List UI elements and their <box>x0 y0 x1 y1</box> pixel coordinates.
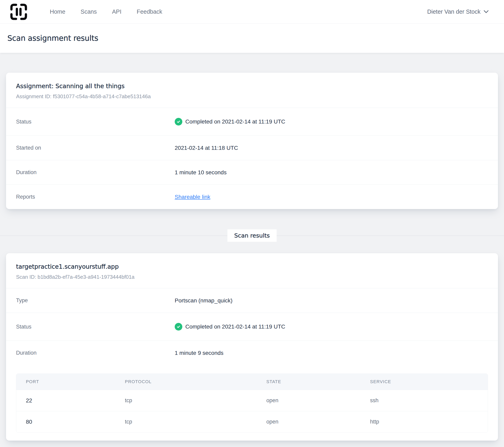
type-row: Type Portscan (nmap_quick) <box>6 288 498 313</box>
col-port: PORT <box>16 374 115 390</box>
type-value: Portscan (nmap_quick) <box>175 298 233 304</box>
state-cell: open <box>257 411 360 432</box>
port-cell: 22 <box>16 390 115 411</box>
protocol-cell: tcp <box>115 411 257 432</box>
page-title: Scan assignment results <box>7 34 98 43</box>
status-value: Completed on 2021-02-14 at 11:19 UTC <box>175 323 285 331</box>
assignment-id: Assignment ID: f5301077-c54a-4b58-a714-c… <box>16 93 488 100</box>
user-menu[interactable]: Dieter Van der Stock <box>427 8 488 15</box>
navbar: Home Scans API Feedback Dieter Van der S… <box>0 0 504 24</box>
user-name: Dieter Van der Stock <box>427 8 481 15</box>
duration-row: Duration 1 minute 10 seconds <box>6 160 498 184</box>
col-service: SERVICE <box>360 374 488 390</box>
row-label: Reports <box>16 194 175 200</box>
port-cell: 80 <box>16 411 115 432</box>
shareable-link[interactable]: Shareable link <box>175 194 210 200</box>
row-label: Status <box>16 324 175 330</box>
scan-id: Scan ID: b1bd8a2b-ef7a-45e3-a941-1973444… <box>16 274 488 280</box>
scan-target-title: targetpractice1.scanyourstuff.app <box>16 263 488 270</box>
duration-value: 1 minute 9 seconds <box>175 350 223 356</box>
page-header: Scan assignment results <box>0 24 504 53</box>
check-icon <box>175 323 182 331</box>
service-cell: ssh <box>360 390 488 411</box>
row-label: Duration <box>16 169 175 175</box>
check-icon <box>175 118 182 125</box>
reports-value: Shareable link <box>175 194 210 200</box>
assignment-title: Assignment: Scanning all the things <box>16 82 488 90</box>
scan-results-table: PORT PROTOCOL STATE SERVICE 22 tcp open … <box>16 374 488 432</box>
nav-api[interactable]: API <box>104 8 129 15</box>
started-on-row: Started on 2021-02-14 at 11:18 UTC <box>6 136 498 160</box>
state-cell: open <box>257 390 360 411</box>
row-label: Started on <box>16 145 175 151</box>
col-protocol: PROTOCOL <box>115 374 257 390</box>
status-row: Status Completed on 2021-02-14 at 11:19 … <box>6 313 498 340</box>
nav-scans[interactable]: Scans <box>73 8 104 15</box>
chevron-down-icon <box>484 10 488 13</box>
scan-results-label: Scan results <box>228 229 277 242</box>
scan-results-table-wrap: PORT PROTOCOL STATE SERVICE 22 tcp open … <box>16 374 488 432</box>
scan-results-divider: Scan results <box>0 229 504 242</box>
duration-value: 1 minute 10 seconds <box>175 169 227 175</box>
assignment-card-header: Assignment: Scanning all the things Assi… <box>6 73 498 108</box>
status-value: Completed on 2021-02-14 at 11:19 UTC <box>175 118 285 125</box>
nav-feedback[interactable]: Feedback <box>129 8 170 15</box>
started-on-value: 2021-02-14 at 11:18 UTC <box>175 145 238 151</box>
col-state: STATE <box>257 374 360 390</box>
service-cell: http <box>360 411 488 432</box>
app-logo-icon[interactable] <box>10 3 28 21</box>
main-nav: Home Scans API Feedback <box>42 8 170 15</box>
status-text: Completed on 2021-02-14 at 11:19 UTC <box>185 118 285 125</box>
status-row: Status Completed on 2021-02-14 at 11:19 … <box>6 108 498 136</box>
status-text: Completed on 2021-02-14 at 11:19 UTC <box>185 323 285 331</box>
row-label: Status <box>16 119 175 125</box>
reports-row: Reports Shareable link <box>6 184 498 209</box>
scan-card: targetpractice1.scanyourstuff.app Scan I… <box>6 253 498 441</box>
table-row: 80 tcp open http <box>16 411 488 432</box>
row-label: Duration <box>16 350 175 356</box>
duration-row: Duration 1 minute 9 seconds <box>6 340 498 365</box>
assignment-card: Assignment: Scanning all the things Assi… <box>6 73 498 209</box>
table-row: 22 tcp open ssh <box>16 390 488 411</box>
row-label: Type <box>16 298 175 304</box>
scan-card-header: targetpractice1.scanyourstuff.app Scan I… <box>6 253 498 288</box>
table-header-row: PORT PROTOCOL STATE SERVICE <box>16 374 488 390</box>
nav-home[interactable]: Home <box>42 8 73 15</box>
protocol-cell: tcp <box>115 390 257 411</box>
